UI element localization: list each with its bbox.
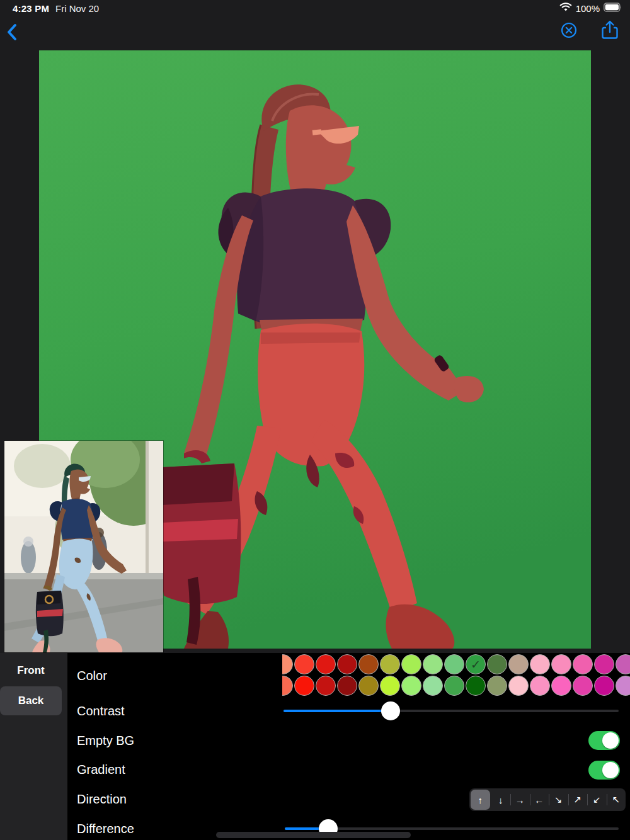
- wifi-icon: [559, 3, 572, 14]
- direction-up-right-button[interactable]: ↗: [568, 790, 588, 810]
- color-swatch[interactable]: [294, 676, 314, 696]
- color-swatch[interactable]: [423, 676, 443, 696]
- color-swatch[interactable]: [316, 676, 336, 696]
- tab-front[interactable]: Front: [0, 656, 62, 685]
- color-label: Color: [77, 669, 107, 683]
- color-swatch[interactable]: [508, 676, 529, 696]
- color-swatch[interactable]: [444, 654, 464, 674]
- color-swatch[interactable]: [551, 654, 571, 674]
- direction-up-button[interactable]: ↑: [471, 790, 490, 810]
- color-swatch[interactable]: [508, 654, 529, 674]
- color-swatch[interactable]: [316, 654, 336, 674]
- tab-back[interactable]: Back: [0, 686, 62, 715]
- color-swatch[interactable]: [530, 654, 550, 674]
- status-time: 4:23 PM: [13, 3, 49, 14]
- color-swatch[interactable]: [573, 654, 593, 674]
- direction-segmented-control: ↑↓→←↘↗↙↖: [469, 788, 626, 811]
- direction-down-right-button[interactable]: ↘: [549, 790, 568, 810]
- color-swatch[interactable]: [282, 654, 293, 674]
- color-swatch[interactable]: [401, 654, 421, 674]
- empty-bg-toggle-knob: [602, 732, 619, 749]
- status-bar: 4:23 PM Fri Nov 20 100%: [0, 0, 630, 18]
- gradient-label: Gradient: [77, 763, 125, 777]
- contrast-label: Contrast: [77, 704, 125, 718]
- direction-right-button[interactable]: →: [510, 790, 530, 810]
- color-swatch-strip: ✓: [282, 654, 630, 697]
- close-circle-icon[interactable]: [559, 20, 579, 43]
- color-swatch[interactable]: [616, 654, 630, 674]
- color-swatch[interactable]: [466, 676, 486, 696]
- share-icon[interactable]: [600, 20, 620, 43]
- battery-percent: 100%: [576, 3, 600, 14]
- direction-left-button[interactable]: ←: [530, 790, 549, 810]
- original-photo-thumbnail[interactable]: [4, 441, 163, 652]
- nav-bar: [0, 18, 630, 45]
- color-swatch[interactable]: [337, 676, 357, 696]
- color-swatch[interactable]: [573, 676, 593, 696]
- color-swatch[interactable]: [380, 654, 400, 674]
- next-row-partial-track: [216, 832, 411, 838]
- direction-up-left-button[interactable]: ↖: [607, 790, 626, 810]
- color-swatch[interactable]: [358, 654, 379, 674]
- color-swatch[interactable]: [444, 676, 464, 696]
- color-swatch[interactable]: [294, 654, 314, 674]
- empty-bg-toggle[interactable]: [588, 731, 620, 750]
- selected-check-icon: ✓: [471, 659, 481, 671]
- direction-down-left-button[interactable]: ↙: [587, 790, 607, 810]
- contrast-slider[interactable]: [284, 701, 619, 720]
- status-date: Fri Nov 20: [55, 3, 99, 14]
- color-swatch[interactable]: [594, 676, 614, 696]
- color-swatch[interactable]: [401, 676, 421, 696]
- color-swatch[interactable]: [423, 654, 443, 674]
- contrast-slider-fill: [284, 710, 391, 712]
- color-swatch[interactable]: ✓: [466, 654, 486, 674]
- difference-label: Difference: [77, 822, 134, 836]
- color-swatch[interactable]: [551, 676, 571, 696]
- thumbnail-image: [4, 441, 163, 652]
- color-swatch[interactable]: [616, 676, 630, 696]
- battery-icon: [604, 3, 622, 14]
- color-swatch[interactable]: [594, 654, 614, 674]
- app-screen: 4:23 PM Fri Nov 20 100%: [0, 0, 630, 840]
- color-swatch[interactable]: [282, 676, 293, 696]
- color-swatch[interactable]: [337, 654, 357, 674]
- back-chevron-icon[interactable]: [5, 23, 19, 44]
- contrast-slider-knob[interactable]: [381, 701, 400, 720]
- settings-panel: FrontBack Color Contrast Empty BG Gradie…: [0, 653, 630, 840]
- empty-bg-label: Empty BG: [77, 734, 134, 748]
- color-swatch[interactable]: [358, 676, 379, 696]
- gradient-toggle[interactable]: [588, 761, 620, 780]
- gradient-toggle-knob: [602, 762, 619, 778]
- color-swatch[interactable]: [487, 654, 507, 674]
- color-swatch[interactable]: [487, 676, 507, 696]
- front-back-tabs: FrontBack: [0, 653, 67, 840]
- color-swatch[interactable]: [530, 676, 550, 696]
- color-swatch[interactable]: [380, 676, 400, 696]
- direction-label: Direction: [77, 792, 127, 807]
- direction-down-button[interactable]: ↓: [491, 790, 511, 810]
